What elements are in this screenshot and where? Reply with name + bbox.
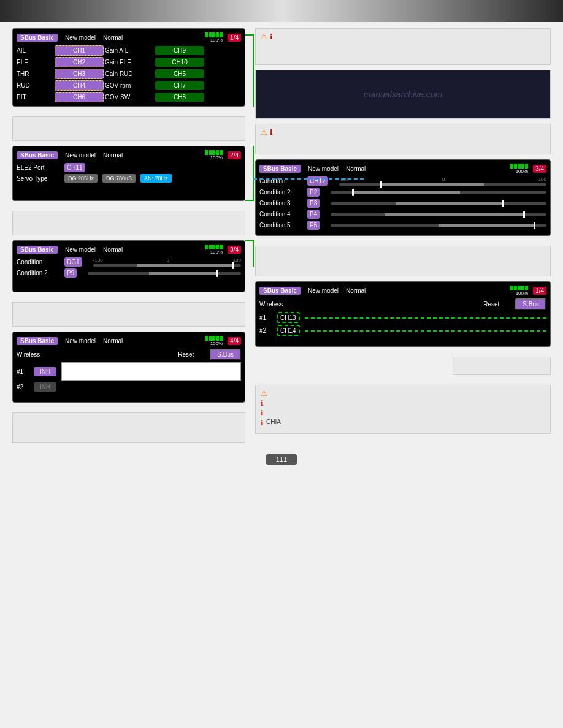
ch5-box[interactable]: CH5: [155, 69, 204, 78]
panel1-page: 1/4: [228, 34, 241, 42]
slider-3r-2[interactable]: [331, 191, 546, 194]
v-connector-2: [253, 146, 254, 201]
page-header: [0, 0, 563, 22]
panel-4-4-left: SBus Basic New model Normal 100% 4/4: [12, 332, 245, 403]
panel4l-title: SBus Basic: [17, 337, 58, 345]
ch8-box[interactable]: CH8: [155, 93, 204, 102]
ch11-box[interactable]: CH11: [64, 163, 85, 172]
ch10-box[interactable]: CH10: [155, 58, 204, 67]
battery4r-icon: [510, 286, 528, 290]
panel-4-4-right: SBus Basic New model Normal 100% 1/4: [255, 281, 551, 347]
ch2-box[interactable]: CH2: [55, 57, 104, 67]
panel3r-page: 3/4: [533, 165, 546, 173]
ch6-box[interactable]: CH6: [55, 92, 104, 102]
panel2-page: 2/4: [228, 151, 241, 159]
cond3-p3[interactable]: P3: [307, 199, 320, 208]
v-connector-1: [253, 34, 254, 107]
text-input-1[interactable]: [61, 362, 241, 381]
panel1-title: SBus Basic: [17, 34, 58, 42]
slider-3r-5[interactable]: [331, 224, 546, 227]
cond2-val-p9[interactable]: P9: [64, 268, 77, 278]
servo-btn-dg285[interactable]: DG:285Hz: [64, 174, 98, 183]
channel-grid: AIL CH1 Gain AIL CH9 ELE CH2 Gain ELE CH…: [17, 45, 241, 102]
page-nav-btn[interactable]: 111: [266, 454, 297, 465]
h-connector-bot-2: [245, 200, 254, 201]
info-box-right-mid: [255, 246, 551, 276]
cond5-p5-row: Condition 5 P5: [259, 221, 546, 230]
panel3r-model: New model: [308, 165, 339, 172]
battery2-icon: [205, 150, 223, 155]
wireless-ch2-row: #2 INH: [17, 382, 241, 392]
panel2-mode: Normal: [103, 152, 123, 159]
panel4r-mode: Normal: [346, 287, 366, 294]
slider-2[interactable]: [88, 272, 241, 275]
servo-btn-dg780[interactable]: DG:780uS: [102, 174, 136, 183]
ch1-box[interactable]: CH1: [55, 45, 104, 56]
ele2-port-row: ELE2 Port CH11: [17, 163, 241, 172]
cond5-p5[interactable]: P5: [307, 221, 320, 230]
bottom-info3-text: CHIA: [266, 419, 281, 425]
info-icon-2: ℹ: [270, 128, 273, 137]
warn-icon-1: ⚠: [261, 32, 267, 41]
panel1-mode: Normal: [103, 34, 123, 41]
info-box-2: [12, 211, 245, 235]
condition2-row: Condition 2 P9: [17, 268, 241, 278]
v-connector-3l: [253, 240, 254, 267]
wireless-header-row: Wireless Reset S.Bus: [17, 349, 241, 360]
battery4l-icon: [205, 336, 223, 341]
watermark-text: manualsarchive.com: [364, 89, 442, 99]
panel2-title: SBus Basic: [17, 151, 58, 159]
h-connector-top-1: [245, 34, 254, 36]
ch4-box[interactable]: CH4: [55, 80, 104, 91]
ch13-box[interactable]: CH13: [277, 312, 300, 323]
panel4r-model: New model: [308, 287, 339, 294]
slider-1[interactable]: [93, 264, 241, 267]
info-box-3: [12, 302, 245, 327]
panel3l-title: SBus Basic: [17, 246, 58, 254]
ch3-box[interactable]: CH3: [55, 69, 104, 79]
watermark-box: manualsarchive.com: [255, 70, 551, 119]
panel-3-4-right: SBus Basic New model Normal 100% 3/4: [255, 159, 551, 236]
cond2-p2[interactable]: P2: [307, 188, 320, 197]
ch1-inh-btn[interactable]: INH: [34, 367, 56, 376]
ch9-box[interactable]: CH9: [155, 46, 204, 55]
panel2-model: New model: [65, 152, 96, 159]
servo-btn-an70[interactable]: AN: 70Hz: [140, 174, 172, 183]
panel3l-model: New model: [65, 246, 96, 253]
ch7-box[interactable]: CH7: [155, 81, 204, 90]
sbus-btn-left[interactable]: S.Bus: [210, 349, 241, 360]
slider-3r-4[interactable]: [331, 213, 546, 216]
servo-type-row: Servo Type DG:285Hz DG:780uS AN: 70Hz: [17, 174, 241, 183]
green-dashed-1: [305, 317, 546, 319]
ch14-box[interactable]: CH14: [277, 325, 300, 336]
panel4l-page: 4/4: [228, 337, 241, 345]
bottom-info3-icon: ℹ: [261, 419, 264, 427]
h-connector-top-3l: [245, 240, 254, 241]
panel-1-4: SBus Basic New model Normal 100% 1/: [12, 28, 245, 107]
panel4l-mode: Normal: [103, 338, 123, 344]
cond-val-dg1[interactable]: DG1: [64, 257, 82, 267]
panel4r-page: 1/4: [533, 287, 546, 295]
panel3r-mode: Normal: [346, 165, 366, 172]
ch2-inh-btn[interactable]: INH: [34, 382, 56, 392]
blue-dashed-line: [253, 178, 364, 180]
panel3l-page: 3/4: [228, 246, 241, 254]
slider-3r-1[interactable]: [339, 183, 546, 186]
small-box-right: [453, 357, 551, 375]
cond2-p2-row: Condition 2 P2: [259, 188, 546, 197]
panel-3-4-left: SBus Basic New model Normal 100% 3/4: [12, 240, 245, 292]
cond4-p4[interactable]: P4: [307, 210, 320, 219]
slider-3r-3[interactable]: [331, 202, 546, 205]
bottom-notices: ⚠ ℹ ℹ ℹ CHIA: [255, 385, 551, 434]
sbus-btn-right[interactable]: S.Bus: [515, 298, 546, 310]
cond3-p3-row: Condition 3 P3: [259, 199, 546, 208]
bottom-warn-icon: ⚠: [261, 389, 267, 398]
battery3l-icon: [205, 245, 223, 249]
warn-icon-2: ⚠: [261, 128, 267, 137]
battery-icon: [205, 32, 223, 37]
wireless-ch14-row: #2 CH14: [259, 325, 546, 336]
info-icon-1: ℹ: [270, 32, 273, 41]
warning-box-2: ⚠ ℹ: [255, 124, 551, 154]
bottom-info2-icon: ℹ: [261, 409, 264, 417]
bottom-info1-icon: ℹ: [261, 399, 264, 408]
